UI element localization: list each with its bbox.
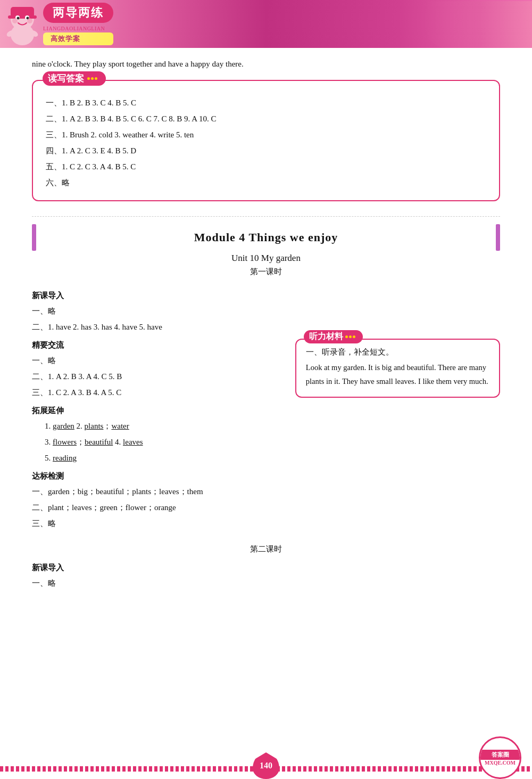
header-title-top: 两导两练 [43, 3, 113, 23]
page-footer: 140 答案圈 MXQE.COM [0, 759, 532, 779]
answer-line-6: 六、略 [46, 175, 486, 191]
module-title: Module 4 Things we enjoy [178, 227, 354, 248]
section1-line-1: 一、略 [32, 303, 282, 319]
answer-line-5: 五、1. C 2. C 3. A 4. B 5. C [46, 159, 486, 175]
listening-box-label: 听力材料 [304, 330, 363, 343]
svg-point-9 [27, 18, 32, 23]
answer-label-text: 读写答案 [48, 72, 84, 85]
lesson2-section1-line-1: 一、略 [32, 575, 500, 591]
section3-line-3: 5. reading [45, 450, 282, 466]
module-title-bar-left [32, 224, 36, 251]
listening-content: Look at my garden. It is big and beautif… [306, 360, 489, 388]
footer-watermark: 答案圈 MXQE.COM [479, 736, 521, 779]
svg-point-6 [17, 17, 20, 20]
section3-line-1: 1. garden 2. plants；water [45, 418, 282, 434]
dot1 [87, 77, 90, 80]
listening-intro: 一、听录音，补全短文。 [306, 347, 489, 357]
listening-label-text: 听力材料 [309, 331, 343, 342]
two-col-layout: 新课导入 一、略 二、1. have 2. has 3. has 4. have… [32, 285, 500, 531]
lesson2-title-wrapper: 第二课时 [32, 544, 500, 554]
watermark-circle: 答案圈 MXQE.COM [479, 736, 521, 779]
answer-line-2: 二、1. A 2. B 3. B 4. B 5. C 6. C 7. C 8. … [46, 111, 486, 127]
unit-title: Unit 10 My garden [32, 253, 500, 264]
header-subtitle: 高效学案 [43, 32, 113, 45]
listening-box-wrapper: 听力材料 一、听录音，补全短文。 Look at my garden. It i… [295, 339, 500, 398]
section1-line-2: 二、1. have 2. has 3. has 4. have 5. have [32, 319, 282, 335]
label-dots [87, 77, 97, 80]
section-divider [32, 216, 500, 217]
word-beautiful: beautiful [85, 438, 113, 446]
module-title-block: Module 4 Things we enjoy [32, 227, 500, 248]
page-number: 140 [253, 752, 279, 779]
they-text: They [342, 377, 358, 386]
section4-line-1: 一、garden；big；beautiful；plants；leaves；the… [32, 483, 282, 499]
left-column: 新课导入 一、略 二、1. have 2. has 3. has 4. have… [32, 285, 282, 531]
section3-heading: 拓展延伸 [32, 406, 282, 416]
section2-heading: 精要交流 [32, 340, 282, 350]
section4-line-3: 三、略 [32, 515, 282, 531]
section2-line-1: 一、略 [32, 352, 282, 368]
page-header: 两导两练 LIANGDAOLIANGLIAN 高效学案 [0, 0, 532, 48]
svg-point-8 [12, 18, 18, 23]
section4-line-2: 二、plant；leaves；green；flower；orange [32, 499, 282, 515]
there-text: There [438, 363, 456, 372]
answer-line-4: 四、1. A 2. C 3. E 4. B 5. D [46, 143, 486, 159]
answer-line-1: 一、1. B 2. B 3. C 4. B 5. C [46, 95, 486, 111]
logo-block: 两导两练 LIANGDAOLIANGLIAN 高效学案 [5, 3, 113, 45]
answer-box: 读写答案 一、1. B 2. B 3. C 4. B 5. C 二、1. A 2… [32, 80, 500, 201]
mascot-icon [5, 3, 40, 45]
word-water: water [111, 422, 129, 430]
lesson2-title: 第二课时 [32, 544, 500, 554]
answer-box-label: 读写答案 [43, 71, 106, 86]
subtitle-zh: 高效学案 [51, 35, 80, 43]
answer-lines-block: 一、1. B 2. B 3. C 4. B 5. C 二、1. A 2. B 3… [46, 95, 486, 191]
ldot1 [345, 335, 348, 338]
dot3 [95, 77, 97, 80]
word-reading: reading [53, 454, 77, 462]
listening-box: 听力材料 一、听录音，补全短文。 Look at my garden. It i… [295, 339, 500, 398]
section3-line-2: 3. flowers；beautiful 4. leaves [45, 434, 282, 450]
header-title-block: 两导两练 LIANGDAOLIANGLIAN 高效学案 [43, 3, 113, 45]
ldot3 [353, 335, 355, 338]
page-content: nine o'clock. They play sport together a… [0, 48, 532, 612]
listening-label-dots [345, 335, 355, 338]
watermark-top: 答案圈 [480, 750, 520, 760]
dot2 [91, 77, 94, 80]
header-title-zh: 两导两练 [53, 5, 104, 21]
word-leaves: leaves [123, 438, 143, 446]
section2-line-3: 三、1. C 2. A 3. B 4. A 5. C [32, 384, 282, 400]
lesson2-section1-heading: 新课导入 [32, 563, 500, 573]
answer-line-3: 三、1. Brush 2. cold 3. weather 4. write 5… [46, 127, 486, 143]
lesson1-title: 第一课时 [32, 267, 500, 277]
section4-heading: 达标检测 [32, 471, 282, 481]
word-flowers: flowers [53, 438, 77, 446]
section2-line-2: 二、1. A 2. B 3. A 4. C 5. B [32, 368, 282, 384]
ldot2 [349, 335, 352, 338]
section1-heading: 新课导入 [32, 291, 282, 301]
right-column: 听力材料 一、听录音，补全短文。 Look at my garden. It i… [295, 285, 500, 398]
footer-dots-left [0, 766, 266, 772]
word-plants: plants [85, 422, 104, 430]
svg-rect-3 [8, 15, 37, 19]
header-decoration [426, 1, 532, 48]
module-title-bar-right [496, 224, 500, 251]
listening-text: Look at my garden. It is big and beautif… [306, 363, 488, 386]
intro-text: nine o'clock. They play sport together a… [32, 58, 500, 71]
header-pinyin: LIANGDAOLIANGLIAN [43, 26, 105, 31]
watermark-bottom: MXQE.COM [485, 760, 516, 766]
word-garden: garden [53, 422, 74, 430]
